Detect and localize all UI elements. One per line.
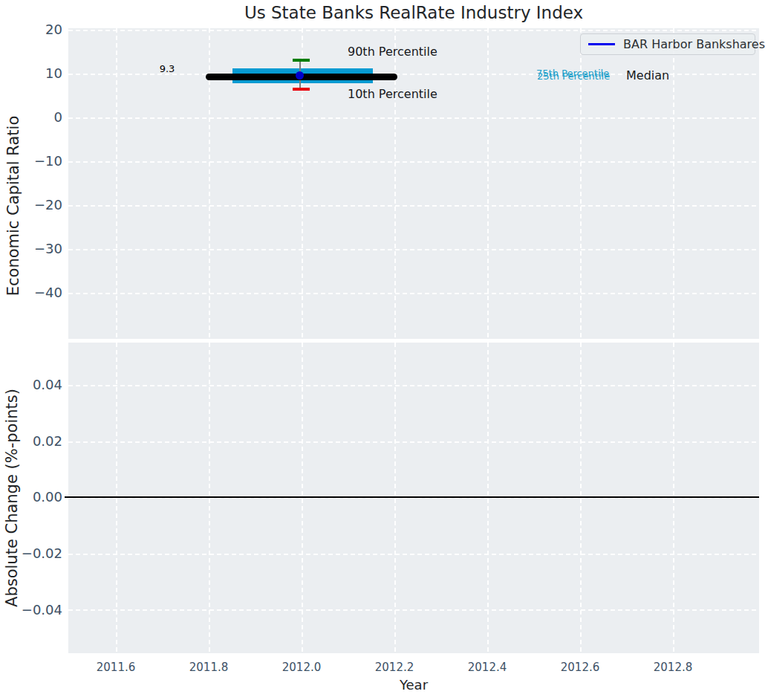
top-y-axis-label: Economic Capital Ratio bbox=[4, 72, 25, 340]
gridline-v bbox=[116, 28, 117, 339]
p25-label: 25th Percentile bbox=[537, 71, 610, 82]
xtick-label: 2012.6 bbox=[547, 661, 614, 674]
figure: Us State Banks RealRate Industry Index 9… bbox=[0, 0, 768, 700]
gridline-v bbox=[209, 343, 210, 653]
xtick-label: 2011.6 bbox=[82, 661, 149, 674]
gridline-h bbox=[68, 609, 759, 611]
p10-whisker-cap bbox=[293, 88, 310, 91]
gridline-v bbox=[673, 28, 674, 339]
p10-label: 10th Percentile bbox=[348, 87, 437, 101]
bottom-y-axis-label: Absolute Change (%-points) bbox=[3, 342, 24, 654]
gridline-h bbox=[68, 554, 759, 555]
gridline-v bbox=[673, 343, 674, 653]
gridline-h bbox=[68, 117, 759, 119]
zero-reference-line bbox=[65, 496, 759, 498]
ytick-label: 20 bbox=[15, 22, 62, 37]
xtick-label: 2011.8 bbox=[175, 661, 242, 674]
p90-whisker-cap bbox=[293, 59, 310, 62]
gridline-v bbox=[580, 343, 582, 653]
gridline-v bbox=[394, 343, 396, 653]
xtick-label: 2012.8 bbox=[640, 661, 706, 674]
gridline-h bbox=[68, 385, 759, 386]
gridline-h bbox=[68, 293, 759, 294]
chart-title: Us State Banks RealRate Industry Index bbox=[68, 3, 759, 22]
gridline-h bbox=[68, 30, 759, 31]
x-axis-label: Year bbox=[68, 677, 759, 693]
legend-line-icon bbox=[588, 43, 615, 45]
gridline-h bbox=[68, 441, 759, 443]
gridline-v bbox=[302, 343, 303, 653]
top-plot-area: 9.3 90th Percentile 10th Percentile 75th… bbox=[68, 28, 759, 339]
p90-label: 90th Percentile bbox=[348, 45, 437, 59]
company-marker bbox=[296, 71, 304, 80]
gridline-h bbox=[68, 161, 759, 163]
gridline-v bbox=[487, 28, 489, 339]
gridline-h bbox=[68, 205, 759, 207]
bottom-plot-area bbox=[68, 343, 759, 653]
legend-label: BAR Harbor Bankshares bbox=[623, 37, 765, 51]
xtick-label: 2012.4 bbox=[454, 661, 521, 674]
xtick-label: 2012.0 bbox=[268, 661, 335, 674]
median-value-label: 9.3 bbox=[152, 63, 182, 74]
gridline-h bbox=[68, 249, 759, 250]
median-label: Median bbox=[626, 68, 669, 82]
legend: BAR Harbor Bankshares bbox=[580, 33, 755, 55]
gridline-v bbox=[116, 343, 117, 653]
gridline-v bbox=[487, 343, 489, 653]
xtick-label: 2012.2 bbox=[361, 661, 428, 674]
